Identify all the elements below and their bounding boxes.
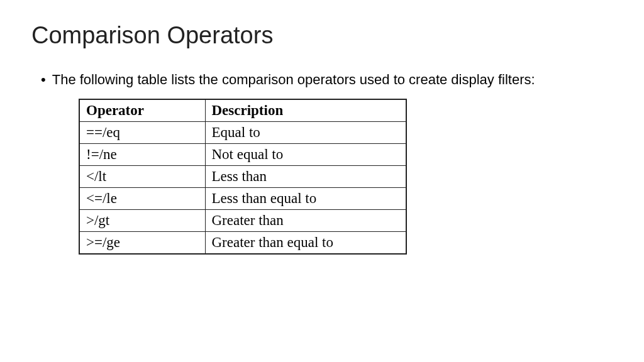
cell-operator: <=/le [79, 187, 205, 209]
page-title: Comparison Operators [31, 22, 613, 49]
operators-table: Operator Description ==/eq Equal to !=/n… [79, 99, 407, 255]
cell-description: Greater than [205, 209, 406, 231]
table-row: <=/le Less than equal to [79, 187, 406, 209]
cell-description: Less than equal to [205, 187, 406, 209]
table-row: >=/ge Greater than equal to [79, 231, 406, 254]
header-operator: Operator [79, 99, 205, 122]
operators-table-container: Operator Description ==/eq Equal to !=/n… [79, 99, 613, 255]
table-row: >/gt Greater than [79, 209, 406, 231]
cell-description: Not equal to [205, 143, 406, 165]
cell-operator: !=/ne [79, 143, 205, 165]
table-header-row: Operator Description [79, 99, 406, 122]
table-row: !=/ne Not equal to [79, 143, 406, 165]
bullet-dot-icon: • [41, 71, 46, 89]
cell-operator: >=/ge [79, 231, 205, 254]
bullet-text: The following table lists the comparison… [52, 71, 535, 89]
cell-description: Equal to [205, 121, 406, 143]
cell-operator: >/gt [79, 209, 205, 231]
cell-description: Greater than equal to [205, 231, 406, 254]
table-row: </lt Less than [79, 165, 406, 187]
cell-description: Less than [205, 165, 406, 187]
cell-operator: </lt [79, 165, 205, 187]
cell-operator: ==/eq [79, 121, 205, 143]
table-row: ==/eq Equal to [79, 121, 406, 143]
bullet-item: • The following table lists the comparis… [31, 71, 613, 89]
header-description: Description [205, 99, 406, 122]
